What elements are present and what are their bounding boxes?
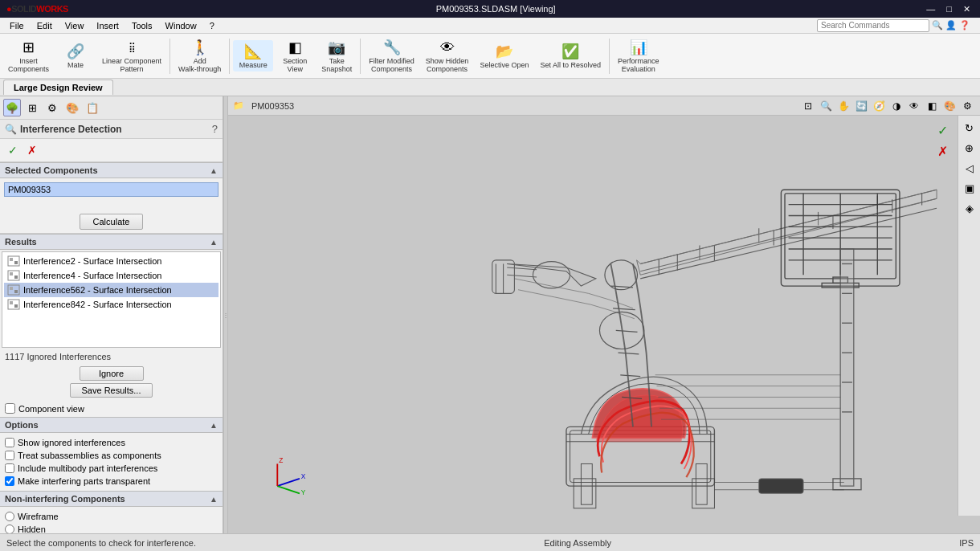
svg-text:X: X bbox=[301, 472, 306, 480]
nonint-radio-0[interactable] bbox=[5, 512, 14, 521]
menu-tools[interactable]: Tools bbox=[125, 19, 159, 32]
options-label: Options bbox=[5, 420, 39, 430]
menu-window[interactable]: Window bbox=[159, 19, 203, 32]
toolbar-performance[interactable]: 📊 PerformanceEvaluation bbox=[613, 36, 664, 76]
result-icon-0 bbox=[7, 255, 20, 267]
viewport-toolbar: 📁 PM009353 ⊡ 🔍 ✋ 🔄 🧭 ◑ 👁 ◧ 🎨 ⚙ bbox=[228, 96, 980, 116]
cancel-button[interactable]: ✗ bbox=[24, 142, 40, 158]
hide-show-button[interactable]: 👁 bbox=[906, 99, 922, 113]
panel-icon-feature-tree[interactable]: 🌳 bbox=[3, 99, 21, 116]
menu-edit[interactable]: Edit bbox=[31, 19, 59, 32]
option-checkbox-0[interactable] bbox=[5, 438, 14, 447]
view-orient-button[interactable]: 🧭 bbox=[871, 99, 887, 113]
ignore-button[interactable]: Ignore bbox=[80, 366, 144, 381]
toolbar-filter-modified[interactable]: 🔧 Filter ModifiedComponents bbox=[364, 36, 419, 76]
assembly-folder-icon: 📁 bbox=[233, 100, 244, 111]
toolbar-sep-2 bbox=[229, 39, 230, 74]
tab-large-design-review[interactable]: Large Design Review bbox=[3, 80, 113, 95]
pan-button[interactable]: ✋ bbox=[835, 99, 851, 113]
toolbar-mate[interactable]: 🔗 Mate bbox=[55, 40, 96, 71]
view-rotate-button[interactable]: ↻ bbox=[961, 119, 978, 137]
option-checkbox-1[interactable] bbox=[5, 451, 14, 460]
appearance-button[interactable]: 🎨 bbox=[941, 99, 958, 113]
selected-components-header[interactable]: Selected Components ▲ bbox=[0, 162, 223, 178]
viewport-tool-buttons: ⊡ 🔍 ✋ 🔄 🧭 ◑ 👁 ◧ 🎨 ⚙ bbox=[800, 99, 975, 113]
toolbar-sep-3 bbox=[360, 39, 361, 74]
zoom-area-button[interactable]: ⊕ bbox=[961, 139, 978, 157]
close-button[interactable]: ✕ bbox=[960, 4, 974, 14]
option-checkbox-3[interactable] bbox=[5, 476, 14, 486]
selected-component-item-0[interactable]: PM009353 bbox=[4, 182, 218, 197]
save-results-button[interactable]: Save Results... bbox=[70, 383, 153, 398]
toolbar-set-all-resolved[interactable]: ✅ Set All to Resolved bbox=[535, 40, 606, 71]
display-type-button[interactable]: ◈ bbox=[961, 199, 978, 217]
toolbar-section-view[interactable]: ◧ SectionView bbox=[275, 36, 315, 76]
interference-detection-title: 🔍 Interference Detection bbox=[5, 124, 122, 135]
show-hidden-label: Show HiddenComponents bbox=[426, 58, 469, 74]
menu-insert[interactable]: Insert bbox=[90, 19, 125, 32]
toolbar-snapshot[interactable]: 📷 TakeSnapshot bbox=[316, 36, 357, 76]
nonint-radio-1[interactable] bbox=[5, 524, 14, 533]
results-header[interactable]: Results ▲ bbox=[0, 234, 223, 250]
menu-view[interactable]: View bbox=[59, 19, 91, 32]
search-input[interactable] bbox=[817, 19, 929, 32]
search-icon[interactable]: 🔍 bbox=[932, 20, 943, 31]
svg-rect-54 bbox=[840, 249, 854, 486]
zoom-in-button[interactable]: 🔍 bbox=[818, 99, 834, 113]
help-circle-icon[interactable]: ? bbox=[212, 123, 218, 135]
options-header[interactable]: Options ▲ bbox=[0, 417, 223, 433]
previous-view-button[interactable]: ◁ bbox=[961, 159, 978, 177]
option-label-3: Make interfering parts transparent bbox=[18, 476, 150, 486]
statusbar: Select the components to check for inter… bbox=[0, 533, 980, 551]
toolbar-show-hidden[interactable]: 👁 Show HiddenComponents bbox=[421, 36, 474, 76]
left-panel: 🌳 ⊞ ⚙ 🎨 📋 🔍 Interference Detection ? ✓ ✗ bbox=[0, 96, 223, 533]
result-item-1[interactable]: Interference4 - Surface Intersection bbox=[4, 268, 218, 283]
user-icon: 👤 bbox=[945, 20, 957, 31]
view-settings-button[interactable]: ⚙ bbox=[959, 99, 975, 113]
result-item-3[interactable]: Interference842 - Surface Intersection bbox=[4, 297, 218, 312]
insert-components-icon: ⊞ bbox=[19, 38, 39, 57]
non-interfering-collapse-icon: ▲ bbox=[210, 495, 218, 504]
option-row-1: Treat subassemblies as components bbox=[5, 449, 218, 462]
rotate-button[interactable]: 🔄 bbox=[853, 99, 869, 113]
restore-button[interactable]: □ bbox=[943, 4, 955, 14]
toolbar-insert-components[interactable]: ⊞ InsertComponents bbox=[3, 36, 54, 76]
ignored-interferences-count: 1117 Ignored Interferences bbox=[0, 349, 223, 364]
component-view-checkbox[interactable] bbox=[5, 403, 15, 414]
help-icon[interactable]: ❓ bbox=[959, 20, 970, 31]
panel-icon-properties[interactable]: ⊞ bbox=[23, 99, 41, 116]
toolbar-measure[interactable]: 📐 Measure bbox=[233, 40, 273, 71]
result-item-2[interactable]: Interference562 - Surface Intersection bbox=[4, 283, 218, 297]
menubar: File Edit View Insert Tools Window ? 🔍 👤… bbox=[0, 18, 980, 34]
panel-icon-config[interactable]: ⚙ bbox=[43, 99, 61, 116]
panel-icon-layers[interactable]: 📋 bbox=[84, 99, 101, 116]
zoom-fit-button[interactable]: ⊡ bbox=[800, 99, 816, 113]
non-interfering-header[interactable]: Non-interfering Components ▲ bbox=[0, 491, 223, 507]
snapshot-icon: 📷 bbox=[327, 38, 346, 57]
3d-viewport[interactable]: X Y Z bbox=[228, 116, 980, 516]
display-mode-button[interactable]: ◑ bbox=[888, 99, 904, 113]
toolbar-linear-pattern[interactable]: ⣿ Linear ComponentPattern bbox=[97, 36, 166, 76]
ok-button[interactable]: ✓ bbox=[5, 142, 21, 158]
toolbar-walkthrough[interactable]: 🚶 AddWalk-through bbox=[174, 36, 226, 76]
menu-help[interactable]: ? bbox=[203, 19, 221, 32]
filter-modified-label: Filter ModifiedComponents bbox=[369, 58, 414, 74]
toolbar-selective-open[interactable]: 📂 Selective Open bbox=[475, 40, 533, 71]
options-collapse-icon: ▲ bbox=[210, 421, 218, 430]
interference-detection-panel: 🔍 Interference Detection ? ✓ ✗ Selected … bbox=[0, 120, 223, 533]
confirm-ok-button[interactable]: ✓ bbox=[933, 120, 952, 140]
option-checkbox-2[interactable] bbox=[5, 463, 14, 473]
section-view-vp-button[interactable]: ◧ bbox=[924, 99, 940, 113]
menu-file[interactable]: File bbox=[3, 19, 31, 32]
viewport[interactable]: 📁 PM009353 ⊡ 🔍 ✋ 🔄 🧭 ◑ 👁 ◧ 🎨 ⚙ ✓ ✗ bbox=[228, 96, 980, 533]
confirm-cancel-button[interactable]: ✗ bbox=[933, 141, 952, 161]
set-all-resolved-label: Set All to Resolved bbox=[540, 62, 601, 70]
view-selector-button[interactable]: ▣ bbox=[961, 179, 978, 197]
result-item-0[interactable]: Interference2 - Surface Intersection bbox=[4, 254, 218, 268]
panel-icon-display[interactable]: 🎨 bbox=[63, 99, 81, 116]
snapshot-label: TakeSnapshot bbox=[321, 58, 352, 74]
calculate-button[interactable]: Calculate bbox=[80, 214, 144, 230]
minimize-button[interactable]: — bbox=[923, 4, 938, 14]
selective-open-label: Selective Open bbox=[480, 62, 529, 70]
nonint-label-0: Wireframe bbox=[18, 512, 59, 521]
